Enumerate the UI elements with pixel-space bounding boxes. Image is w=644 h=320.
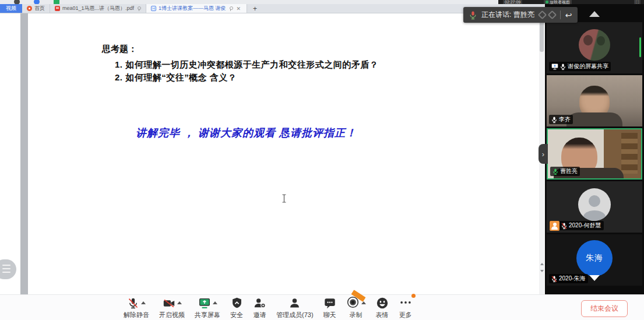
mic-muted-icon	[561, 222, 567, 230]
chat-button[interactable]: 聊天	[323, 297, 336, 319]
browser-icon-blue	[34, 0, 40, 4]
new-tab-button[interactable]: +	[247, 4, 263, 13]
active-speaker-label: 正在讲话: 曹胜亮	[481, 10, 534, 20]
mic-speaking-icon	[552, 168, 558, 175]
pin-icon[interactable]	[136, 6, 141, 11]
manage-members-button[interactable]: 管理成员(73)	[276, 297, 314, 319]
video-options-caret[interactable]	[177, 301, 182, 304]
shield-icon	[231, 297, 243, 310]
camera-muted-icon	[163, 297, 175, 310]
emoji-icon	[376, 297, 389, 310]
top-window-strip: 02:27:09 放映者视图 ⛶	[0, 0, 644, 4]
tab-lecture-doc[interactable]: H 1博士讲课教案——马恩 谢俊 ✕	[146, 4, 247, 13]
video-side-label: 视频	[0, 4, 22, 13]
screen-share-mini-icon	[551, 64, 558, 70]
role-badge-icon	[550, 221, 559, 231]
invite-icon	[253, 297, 266, 310]
pdf-icon	[55, 6, 60, 11]
presentation-strip: 02:27:09 放映者视图 ⛶	[498, 0, 644, 4]
shield-mini-icon	[546, 1, 548, 3]
fading-speaker-icons	[539, 12, 555, 18]
avatar-silhouette	[578, 188, 611, 221]
pdf-left-gutter	[20, 13, 28, 294]
sidebar-collapse-button[interactable]: ›	[539, 144, 548, 164]
speaking-mic-icon	[469, 10, 477, 20]
participant-name: 2020-朱海	[559, 275, 586, 283]
tab-pdf[interactable]: mea01_1马恩...讲（马恩）.pdf	[50, 4, 146, 13]
more-icon	[399, 296, 413, 308]
avatar-initials: 朱海	[576, 240, 613, 276]
record-options-caret[interactable]	[361, 301, 366, 304]
chat-icon	[323, 297, 336, 310]
participant-name: 曹胜亮	[560, 167, 578, 175]
participant-tile-active-speaker[interactable]: 曹胜亮	[547, 128, 642, 180]
security-button[interactable]: 安全	[230, 297, 243, 319]
participant-tile[interactable]: 朱海 2020-朱海	[547, 234, 642, 286]
presentation-timer: 02:27:09	[503, 0, 522, 4]
text-cursor	[281, 194, 287, 205]
participants-scroll-up-icon[interactable]	[589, 11, 600, 17]
slide-heading: 思考题：	[102, 44, 137, 55]
invite-button[interactable]: 邀请	[253, 297, 266, 319]
mic-options-caret[interactable]	[141, 301, 146, 304]
share-screen-button[interactable]: 共享屏幕	[195, 297, 220, 319]
participant-tile[interactable]: 2020-何舒慧	[547, 181, 642, 233]
undo-arrow-icon[interactable]: ↩	[565, 11, 572, 19]
start-video-button[interactable]: 开启视频	[159, 297, 185, 319]
slide-question-1: 1. 如何理解一切历史冲突都根源于生产力和交往形式之间的矛盾？	[115, 59, 378, 71]
emoji-button[interactable]: 表情	[376, 297, 389, 319]
slide-question-2: 2. 如何理解“交往”概念 含义？	[115, 72, 237, 83]
avatar	[579, 29, 610, 61]
record-button[interactable]: 录制	[346, 297, 366, 319]
participant-tile[interactable]: 李齐	[547, 75, 642, 126]
participant-name: 谢俊的屏幕共享	[568, 62, 608, 71]
participant-tile-screen-share[interactable]: 谢俊的屏幕共享	[547, 22, 642, 73]
active-speaker-banner: 正在讲话: 曹胜亮 ↩	[463, 7, 578, 23]
scroll-down-icon[interactable]	[540, 270, 544, 272]
home-tab-icon	[27, 6, 32, 11]
participant-name: 李齐	[559, 115, 571, 124]
screen-share-icon	[198, 297, 211, 310]
mic-on-icon	[560, 63, 566, 71]
unmute-button[interactable]: 解除静音	[124, 297, 149, 319]
browser-icon-dark	[14, 0, 20, 4]
hamburger-icon	[2, 265, 10, 266]
divider	[560, 10, 561, 19]
participant-name: 2020-何舒慧	[569, 221, 601, 230]
members-icon	[288, 297, 301, 310]
mic-muted-icon	[551, 275, 557, 283]
meeting-toolbar: 解除静音 开启视频 共享屏幕	[0, 294, 644, 320]
mic-muted-icon	[127, 297, 139, 310]
fullscreen-icon[interactable]: ⛶	[634, 0, 641, 4]
scroll-up-icon[interactable]	[540, 263, 544, 265]
shared-screen-document: 思考题： 1. 如何理解一切历史冲突都根源于生产力和交往形式之间的矛盾？ 2. …	[0, 13, 545, 294]
slide-closing-line: 讲解完毕 ， 谢谢大家的观看 恳请批评指正！	[136, 126, 357, 140]
presenter-view-label: 放映者视图	[544, 0, 572, 4]
more-button[interactable]: 更多	[399, 297, 413, 319]
notification-dot	[411, 294, 416, 298]
tab-home[interactable]: 首页	[22, 4, 50, 13]
end-meeting-button[interactable]: 结束会议	[581, 300, 628, 317]
tab-close-icon[interactable]: ✕	[235, 6, 242, 12]
participants-scroll-down-icon[interactable]	[589, 275, 600, 281]
participants-sidebar: 谢俊的屏幕共享 李齐 曹胜亮	[545, 4, 644, 294]
doc-icon: H	[151, 6, 156, 11]
mic-on-icon	[551, 116, 557, 124]
pin-icon[interactable]	[228, 6, 233, 11]
browser-icon-green	[54, 0, 59, 4]
audio-level-indicator	[639, 37, 641, 57]
share-options-caret[interactable]	[213, 301, 217, 304]
